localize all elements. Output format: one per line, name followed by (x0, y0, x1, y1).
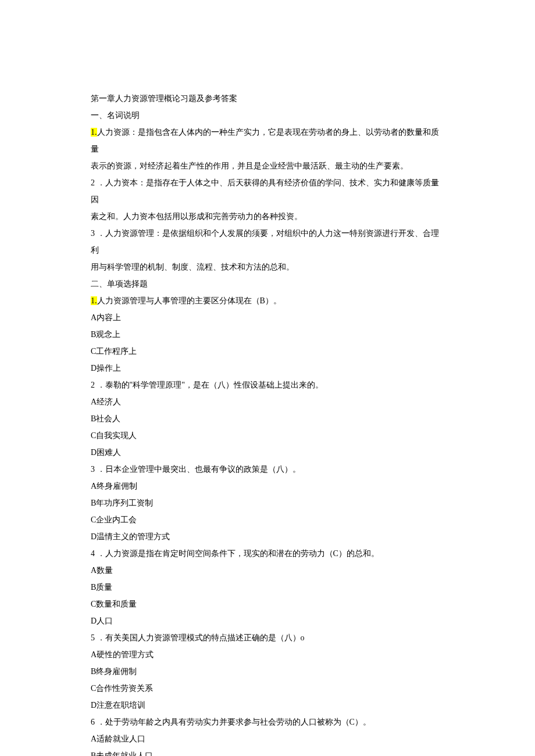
option-a: A内容上 (91, 309, 444, 326)
question-line: 6 ．处于劳动年龄之内具有劳动实力并要求参与社会劳动的人口被称为（C）。 (91, 714, 444, 730)
option-b: B未成年就业人口 (91, 747, 444, 756)
option-a: A适龄就业人口 (91, 730, 444, 747)
question-line: 2 ．泰勒的"科学管理原理"，是在（八）性假设基础上提出来的。 (91, 377, 444, 393)
option-d: D注意在职培训 (91, 697, 444, 714)
question-line: 1.人力资源管理与人事管理的主要区分体现在（B）。 (91, 292, 444, 309)
highlight-number: 1. (91, 128, 97, 137)
definition-line: 表示的资源，对经济起着生产性的作用，并且是企业经营中最活跃、最主动的生产要素。 (91, 157, 444, 174)
definition-line: 2 ．人力资本：是指存在于人体之中、后天获得的具有经济价值的学问、技术、实力和健… (91, 174, 444, 208)
question-line: 4 ．人力资源是指在肯定时间空间条件下，现实的和潜在的劳动力（C）的总和。 (91, 545, 444, 562)
highlight-number: 1. (91, 296, 97, 305)
option-d: D人口 (91, 612, 444, 629)
option-b: B年功序列工资制 (91, 495, 444, 511)
option-d: D困难人 (91, 444, 444, 461)
chapter-title: 第一章人力资源管理概论习题及参考答案 (91, 90, 444, 107)
option-b: B观念上 (91, 326, 444, 343)
question-line: 5 ．有关美国人力资源管理模式的特点描述正确的是（八）o (91, 629, 444, 646)
option-c: C数量和质量 (91, 596, 444, 612)
option-c: C工作程序上 (91, 343, 444, 360)
definition-line: 用与科学管理的机制、制度、流程、技术和方法的总和。 (91, 259, 444, 275)
option-b: B终身雇佣制 (91, 663, 444, 680)
option-b: B质量 (91, 579, 444, 596)
section-header: 二、单项选择题 (91, 275, 444, 292)
option-d: D操作上 (91, 360, 444, 377)
option-a: A终身雇佣制 (91, 478, 444, 495)
option-c: C合作性劳资关系 (91, 680, 444, 697)
option-d: D温情主义的管理方式 (91, 528, 444, 545)
option-a: A经济人 (91, 393, 444, 410)
option-a: A硬性的管理方式 (91, 646, 444, 663)
definition-line: 素之和。人力资本包括用以形成和完善劳动力的各种投资。 (91, 208, 444, 225)
text: 人力资源：是指包含在人体内的一种生产实力，它是表现在劳动者的身上、以劳动者的数量… (91, 128, 439, 153)
option-c: C自我实现人 (91, 427, 444, 444)
definition-line: 1.人力资源：是指包含在人体内的一种生产实力，它是表现在劳动者的身上、以劳动者的… (91, 124, 444, 157)
definition-line: 3 ．人力资源管理：是依据组织和个人发展的须要，对组织中的人力这一特别资源进行开… (91, 225, 444, 259)
section-header: 一、名词说明 (91, 107, 444, 124)
question-line: 3 ．日本企业管理中最突出、也最有争议的政策是（八）。 (91, 461, 444, 478)
option-c: C企业内工会 (91, 511, 444, 528)
document-page: 第一章人力资源管理概论习题及参考答案 一、名词说明 1.人力资源：是指包含在人体… (0, 0, 535, 756)
option-a: A数量 (91, 562, 444, 579)
option-b: B社会人 (91, 410, 444, 427)
text: 人力资源管理与人事管理的主要区分体现在（B）。 (97, 296, 281, 305)
